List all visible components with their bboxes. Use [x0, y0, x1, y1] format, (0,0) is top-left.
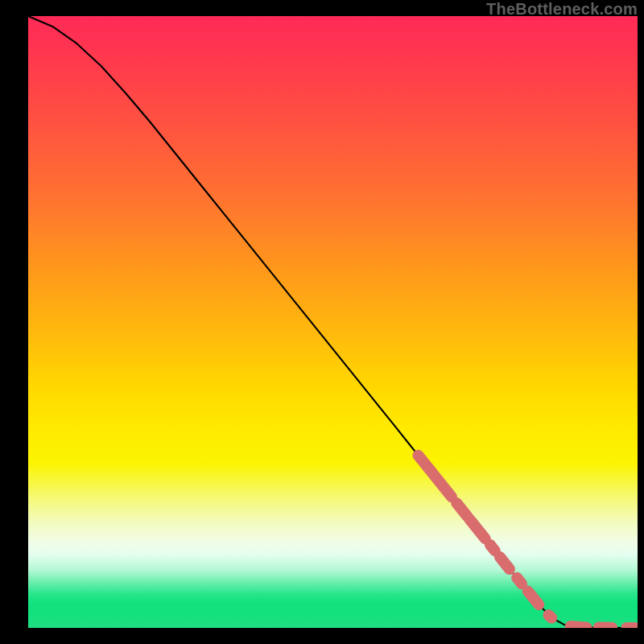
svg-line-8 — [571, 626, 587, 627]
svg-line-6 — [528, 591, 539, 605]
svg-line-1 — [456, 503, 467, 516]
svg-line-7 — [548, 615, 551, 617]
marker-dashes — [418, 456, 634, 628]
svg-line-3 — [490, 545, 495, 551]
svg-line-5 — [517, 578, 522, 584]
svg-line-2 — [469, 519, 485, 539]
chart-svg — [28, 16, 638, 628]
curve-line — [28, 16, 638, 628]
attribution-label: TheBottleneck.com — [486, 0, 638, 19]
plot-area — [28, 16, 638, 628]
chart-container: { "attribution": "TheBottleneck.com", "c… — [0, 0, 644, 644]
svg-line-4 — [500, 557, 510, 569]
svg-line-0 — [418, 456, 452, 497]
